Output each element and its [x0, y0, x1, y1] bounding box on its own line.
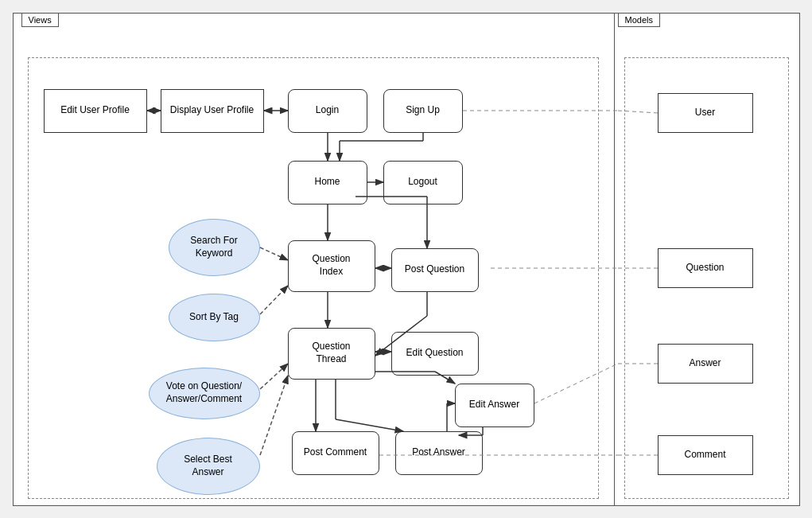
svg-line-27	[260, 286, 288, 314]
svg-line-28	[260, 364, 288, 389]
svg-line-19	[336, 419, 403, 431]
select-best-answer-oval: Select BestAnswer	[157, 438, 260, 495]
user-model-box: User	[658, 93, 753, 133]
answer-model-box: Answer	[658, 344, 753, 384]
edit-question-box: Edit Question	[391, 332, 479, 376]
models-label: Models	[618, 13, 660, 27]
comment-model-box: Comment	[658, 435, 753, 475]
sort-by-tag-oval: Sort By Tag	[169, 294, 260, 341]
edit-answer-box: Edit Answer	[455, 384, 534, 427]
post-answer-box: Post Answer	[395, 431, 483, 475]
display-user-profile-box: Display User Profile	[161, 89, 264, 133]
vote-oval: Vote on Question/Answer/Comment	[149, 368, 260, 419]
question-model-box: Question	[658, 248, 753, 288]
svg-line-29	[260, 376, 288, 455]
question-thread-box: QuestionThread	[288, 328, 375, 380]
sign-up-box: Sign Up	[383, 89, 463, 133]
logout-box: Logout	[383, 161, 463, 204]
svg-line-26	[260, 247, 288, 260]
edit-user-profile-box: Edit User Profile	[44, 89, 147, 133]
views-label: Views	[21, 13, 59, 27]
post-question-box: Post Question	[391, 248, 479, 292]
search-keyword-oval: Search ForKeyword	[169, 219, 260, 276]
svg-line-34	[534, 364, 618, 403]
section-divider	[614, 14, 616, 505]
login-box: Login	[288, 89, 367, 133]
question-index-box: QuestionIndex	[288, 240, 375, 292]
post-comment-box: Post Comment	[292, 431, 379, 475]
home-box: Home	[288, 161, 367, 204]
diagram-container: Views Models Edit User Profile Display U…	[13, 13, 800, 506]
svg-line-31	[618, 111, 658, 113]
